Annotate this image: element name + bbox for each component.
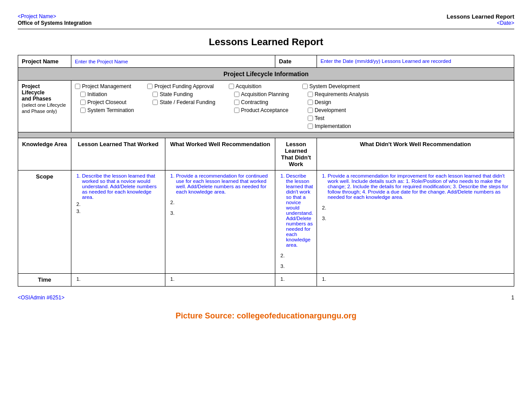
- scope-col1-item3[interactable]: [82, 209, 161, 214]
- checkbox-contracting[interactable]: Contracting: [229, 99, 289, 105]
- lifecycle-label: Project Lifecycle and Phases (select one…: [18, 81, 71, 132]
- page-number: 1: [511, 295, 514, 301]
- checkbox-implementation-input[interactable]: [308, 124, 313, 129]
- lifecycle-col-2: Project Funding Approval State Funding S…: [147, 83, 215, 129]
- date-value[interactable]: Enter the Date (mm/dd/yy) Lessons Learne…: [317, 55, 514, 68]
- checkbox-implementation[interactable]: Implementation: [302, 123, 369, 129]
- project-name-placeholder: Enter the Project Name: [75, 59, 128, 64]
- scope-col2-item1[interactable]: Provide a recommendation for continued u…: [176, 173, 271, 194]
- checkbox-initiation-input[interactable]: [80, 92, 86, 97]
- checkbox-state-funding[interactable]: State Funding: [147, 91, 215, 97]
- time-col4-item1[interactable]: [328, 276, 510, 282]
- scope-col3-item1[interactable]: Describe the lesson learned that didn't …: [286, 173, 313, 248]
- scope-col1-item2[interactable]: [82, 202, 161, 207]
- checkbox-funding-approval-input[interactable]: [147, 84, 153, 89]
- checkbox-project-management-input[interactable]: [75, 84, 80, 89]
- scope-col1-item1-text: Describe the lesson learned that worked …: [82, 173, 156, 200]
- scope-col2-item3[interactable]: [176, 210, 271, 216]
- scope-col2-item1-text: Provide a recommendation for continued u…: [176, 173, 268, 194]
- checkbox-development[interactable]: Development: [302, 107, 369, 113]
- scope-col4-item1-text: Provide a recommendation for improvement…: [328, 173, 508, 200]
- time-col1[interactable]: [71, 274, 165, 287]
- header-date[interactable]: <Date>: [447, 20, 514, 26]
- scope-col1[interactable]: Describe the lesson learned that worked …: [71, 171, 165, 274]
- checkbox-project-closeout-input[interactable]: [80, 100, 86, 105]
- checkbox-funding-approval[interactable]: Project Funding Approval: [147, 83, 215, 89]
- lifecycle-col-4: System Development Requirements Analysis…: [302, 83, 369, 129]
- scope-col2-item2[interactable]: [176, 200, 271, 205]
- header-right: Lessons Learned Report <Date>: [447, 13, 514, 26]
- date-placeholder: Enter the Date (mm/dd/yy) Lessons Learne…: [321, 58, 451, 64]
- scope-col3-item1-text: Describe the lesson learned that didn't …: [286, 173, 313, 248]
- scope-area-label: Scope: [18, 171, 71, 274]
- checkbox-state-funding-input[interactable]: [153, 92, 158, 97]
- project-name-label: Project Name: [18, 55, 71, 68]
- header-project-name[interactable]: <Project Name>: [18, 13, 92, 19]
- checkbox-test[interactable]: Test: [302, 115, 369, 121]
- table-row-time: Time: [18, 274, 514, 287]
- scope-col3-item2[interactable]: [286, 253, 313, 258]
- project-name-row: Project Name Enter the Project Name Date…: [18, 55, 514, 68]
- checkbox-contracting-input[interactable]: [234, 100, 239, 105]
- col-header-1: Lesson Learned That Worked: [71, 138, 165, 171]
- checkbox-system-development[interactable]: System Development: [302, 83, 369, 89]
- checkbox-system-development-input[interactable]: [302, 84, 308, 89]
- checkbox-state-federal-input[interactable]: [153, 100, 158, 105]
- col-header-knowledge-area: Knowledge Area: [18, 138, 71, 171]
- scope-col3[interactable]: Describe the lesson learned that didn't …: [275, 171, 317, 274]
- checkbox-requirements-analysis-input[interactable]: [308, 92, 313, 97]
- checkbox-development-input[interactable]: [308, 108, 313, 113]
- col-header-2: What Worked Well Recommendation: [165, 138, 275, 171]
- col-header-3: Lesson Learned That Didn't Work: [275, 138, 317, 171]
- time-col3[interactable]: [275, 274, 317, 287]
- scope-col1-item1[interactable]: Describe the lesson learned that worked …: [82, 173, 161, 200]
- checkbox-design[interactable]: Design: [302, 99, 369, 105]
- date-label: Date: [275, 55, 317, 68]
- time-col3-item1[interactable]: [286, 276, 313, 282]
- scope-col4[interactable]: Provide a recommendation for improvement…: [317, 171, 514, 274]
- checkbox-acquisition-planning-input[interactable]: [234, 92, 239, 97]
- scope-col3-item3[interactable]: [286, 264, 313, 269]
- admin-link[interactable]: <OSIAdmin #6251>: [18, 295, 64, 301]
- time-col1-item1[interactable]: [82, 276, 161, 282]
- scope-col2[interactable]: Provide a recommendation for continued u…: [165, 171, 275, 274]
- checkbox-acquisition[interactable]: Acquisition: [229, 83, 289, 89]
- header-left: <Project Name> Office of Systems Integra…: [18, 13, 92, 26]
- col-header-4: What Didn't Work Well Recommendation: [317, 138, 514, 171]
- doc-header: <Project Name> Office of Systems Integra…: [18, 13, 514, 29]
- lifecycle-section-header: Project Lifecycle Information: [18, 68, 514, 81]
- picture-source: Picture Source: collegeofeducationargung…: [18, 311, 514, 321]
- checkbox-system-termination[interactable]: System Termination: [75, 107, 134, 113]
- project-name-value[interactable]: Enter the Project Name: [71, 55, 275, 68]
- checkbox-product-acceptance[interactable]: Product Acceptance: [229, 107, 289, 113]
- header-org-name: Office of Systems Integration: [18, 20, 92, 26]
- lifecycle-options: Project Management Initiation Project Cl…: [71, 81, 514, 132]
- scope-col4-item1[interactable]: Provide a recommendation for improvement…: [328, 173, 510, 200]
- time-col2-item1[interactable]: [176, 276, 271, 282]
- doc-footer: <OSIAdmin #6251> 1: [18, 293, 514, 301]
- main-title: Lessons Learned Report: [18, 36, 514, 48]
- checkbox-system-termination-input[interactable]: [80, 108, 86, 113]
- main-table: Project Name Enter the Project Name Date…: [18, 55, 514, 287]
- checkbox-acquisition-input[interactable]: [229, 84, 234, 89]
- column-headers-row: Knowledge Area Lesson Learned That Worke…: [18, 138, 514, 171]
- lifecycle-col-3: Acquisition Acquisition Planning Contrac…: [229, 83, 289, 129]
- checkbox-test-input[interactable]: [308, 116, 313, 121]
- time-col2[interactable]: [165, 274, 275, 287]
- time-area-label: Time: [18, 274, 71, 287]
- lifecycle-col-1: Project Management Initiation Project Cl…: [75, 83, 134, 129]
- time-col4[interactable]: [317, 274, 514, 287]
- checkbox-acquisition-planning[interactable]: Acquisition Planning: [229, 91, 289, 97]
- checkbox-project-closeout[interactable]: Project Closeout: [75, 99, 134, 105]
- table-row-scope: Scope Describe the lesson learned that w…: [18, 171, 514, 274]
- lifecycle-header-row: Project Lifecycle Information: [18, 68, 514, 81]
- scope-col4-item3[interactable]: [328, 216, 510, 221]
- checkbox-product-acceptance-input[interactable]: [234, 108, 239, 113]
- checkbox-initiation[interactable]: Initiation: [75, 91, 134, 97]
- lifecycle-row: Project Lifecycle and Phases (select one…: [18, 81, 514, 132]
- scope-col4-item2[interactable]: [328, 205, 510, 210]
- checkbox-design-input[interactable]: [308, 100, 313, 105]
- checkbox-state-federal[interactable]: State / Federal Funding: [147, 99, 215, 105]
- checkbox-requirements-analysis[interactable]: Requirements Analysis: [302, 91, 369, 97]
- checkbox-project-management[interactable]: Project Management: [75, 83, 134, 89]
